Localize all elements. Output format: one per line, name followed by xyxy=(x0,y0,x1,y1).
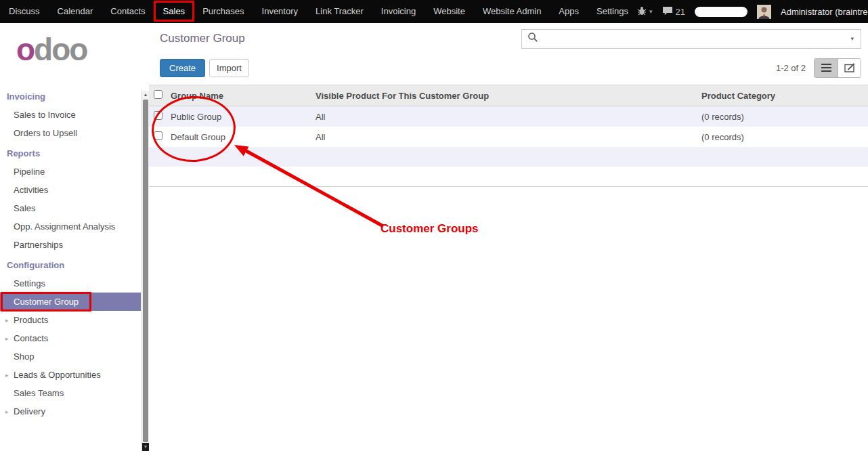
sidebar-item-contacts[interactable]: ▸Contacts xyxy=(0,329,141,347)
sidebar-item-label: Sales to Invoice xyxy=(14,110,76,120)
expand-triangle-icon: ▸ xyxy=(5,372,9,379)
select-all-checkbox[interactable] xyxy=(154,90,162,99)
page-title: Customer Group xyxy=(160,32,245,45)
sidebar-item-settings[interactable]: Settings xyxy=(0,274,141,293)
list-view-button[interactable] xyxy=(815,59,838,77)
create-button[interactable]: Create xyxy=(160,59,205,77)
cell-product-category: (0 records) xyxy=(697,106,868,127)
sidebar-item-sales[interactable]: Sales xyxy=(0,199,141,217)
section-reports: Reports xyxy=(0,142,149,163)
debug-menu[interactable]: ▾ xyxy=(637,6,653,18)
row-checkbox[interactable] xyxy=(154,111,162,120)
sidebar-item-pipeline[interactable]: Pipeline xyxy=(0,163,141,181)
menu-calendar[interactable]: Calendar xyxy=(49,0,102,23)
row-checkbox[interactable] xyxy=(154,131,162,140)
pager: 1-2 of 2 xyxy=(776,58,861,78)
expand-triangle-icon: ▸ xyxy=(5,408,9,415)
sidebar-item-label: Customer Group xyxy=(14,297,79,307)
sidebar: odoo Invoicing Sales to Invoice Orders t… xyxy=(0,23,149,451)
top-navbar: Discuss Calendar Contacts Sales Purchase… xyxy=(0,0,868,23)
row-select-cell xyxy=(149,127,167,147)
menu-apps[interactable]: Apps xyxy=(550,0,588,23)
table-header-row: Group Name Visible Product For This Cust… xyxy=(149,85,868,106)
cell-group-name: Default Group xyxy=(167,127,311,147)
cell-visible-product: All xyxy=(311,127,697,147)
sidebar-item-leads-opportunities[interactable]: ▸Leads & Opportunities xyxy=(0,366,141,384)
sidebar-item-label: Shop xyxy=(14,351,34,362)
control-panel: Customer Group ▾ xyxy=(149,23,868,54)
sidebar-item-label: Sales xyxy=(14,203,36,213)
sidebar-item-label: Orders to Upsell xyxy=(14,128,77,138)
section-invoicing: Invoicing xyxy=(0,85,149,106)
table-row-public-group[interactable]: Public Group All (0 records) xyxy=(149,106,868,127)
sidebar-item-label: Partnerships xyxy=(14,240,63,250)
search-input[interactable] xyxy=(542,33,845,45)
table-row-default-group[interactable]: Default Group All (0 records) xyxy=(149,127,868,147)
logo-letter: o xyxy=(16,32,34,67)
scrollbar-thumb[interactable] xyxy=(143,100,148,442)
menu-invoicing[interactable]: Invoicing xyxy=(372,0,425,23)
cell-group-name: Public Group xyxy=(167,106,311,127)
sidebar-item-products[interactable]: ▸Products xyxy=(0,311,141,329)
empty-row xyxy=(149,167,868,187)
messages-count: 21 xyxy=(676,7,685,17)
odoo-logo[interactable]: odoo xyxy=(16,34,149,65)
view-switcher xyxy=(814,58,861,78)
sidebar-item-shop[interactable]: Shop xyxy=(0,347,141,366)
menu-purchases[interactable]: Purchases xyxy=(194,0,253,23)
user-avatar[interactable] xyxy=(757,5,771,19)
select-all-cell xyxy=(149,85,167,106)
scroll-down-icon[interactable]: ▼ xyxy=(142,443,149,451)
sidebar-scrollbar[interactable]: ▲ ▼ xyxy=(142,91,149,451)
sidebar-nav: Invoicing Sales to Invoice Orders to Ups… xyxy=(0,68,149,421)
sidebar-item-opp-assignment-analysis[interactable]: Opp. Assignment Analysis xyxy=(0,217,141,236)
section-configuration: Configuration xyxy=(0,254,149,274)
sidebar-item-customer-group[interactable]: Customer Group xyxy=(0,293,141,311)
menu-sales[interactable]: Sales xyxy=(154,0,194,23)
sidebar-item-delivery[interactable]: ▸Delivery xyxy=(0,402,141,421)
sidebar-item-label: Sales Teams xyxy=(14,388,64,398)
menu-website[interactable]: Website xyxy=(425,0,474,23)
sidebar-item-label: Leads & Opportunities xyxy=(14,370,101,380)
sidebar-item-label: Settings xyxy=(14,278,45,288)
empty-row xyxy=(149,147,868,167)
menu-discuss[interactable]: Discuss xyxy=(0,0,49,23)
timer-pill[interactable] xyxy=(695,7,747,17)
column-group-name[interactable]: Group Name xyxy=(167,85,311,106)
bug-icon xyxy=(637,6,647,18)
menu-link-tracker[interactable]: Link Tracker xyxy=(307,0,372,23)
logo-rest: doo xyxy=(34,32,87,67)
scroll-up-icon[interactable]: ▲ xyxy=(142,91,149,99)
sidebar-item-partnerships[interactable]: Partnerships xyxy=(0,236,141,254)
sidebar-item-orders-to-upsell[interactable]: Orders to Upsell xyxy=(0,124,141,142)
form-view-button[interactable] xyxy=(838,59,861,77)
cell-product-category: (0 records) xyxy=(697,127,868,147)
column-visible-product[interactable]: Visible Product For This Customer Group xyxy=(311,85,697,106)
search-bar[interactable]: ▾ xyxy=(521,29,861,49)
odoo-backend-page: Discuss Calendar Contacts Sales Purchase… xyxy=(0,0,868,451)
main-content: Customer Group ▾ Create Import 1-2 of 2 xyxy=(149,23,868,451)
caret-down-icon: ▾ xyxy=(649,8,653,15)
search-filters-caret-icon[interactable]: ▾ xyxy=(849,35,855,42)
sidebar-item-label: Pipeline xyxy=(14,167,45,177)
menu-settings[interactable]: Settings xyxy=(588,0,637,23)
sidebar-item-sales-to-invoice[interactable]: Sales to Invoice xyxy=(0,106,141,124)
column-product-category[interactable]: Product Category xyxy=(697,85,868,106)
app-menus: Discuss Calendar Contacts Sales Purchase… xyxy=(0,0,637,23)
import-button[interactable]: Import xyxy=(209,59,249,77)
customer-group-list: Group Name Visible Product For This Cust… xyxy=(149,85,868,187)
sidebar-item-sales-teams[interactable]: Sales Teams xyxy=(0,384,141,402)
sidebar-item-label: Delivery xyxy=(14,406,45,416)
sidebar-item-label: Opp. Assignment Analysis xyxy=(14,221,115,232)
menu-contacts[interactable]: Contacts xyxy=(102,0,154,23)
systray: ▾ 21 Administrator (braintree) xyxy=(637,0,868,23)
expand-triangle-icon: ▸ xyxy=(5,317,9,324)
cell-visible-product: All xyxy=(311,106,697,127)
menu-website-admin[interactable]: Website Admin xyxy=(474,0,550,23)
row-select-cell xyxy=(149,106,167,127)
sidebar-item-label: Contacts xyxy=(14,333,48,343)
menu-inventory[interactable]: Inventory xyxy=(253,0,307,23)
sidebar-item-activities[interactable]: Activities xyxy=(0,181,141,199)
user-menu[interactable]: Administrator (braintree) xyxy=(781,7,868,17)
messages-button[interactable]: 21 xyxy=(662,6,685,18)
